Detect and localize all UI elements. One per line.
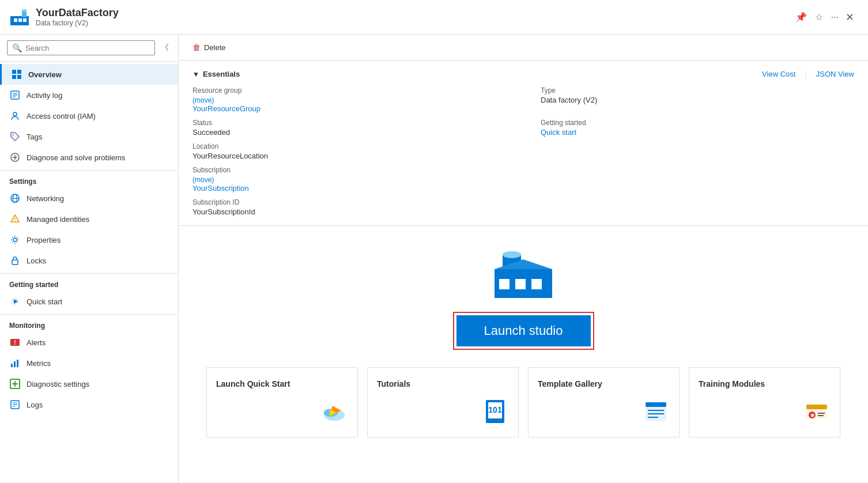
- view-cost-link[interactable]: View Cost: [762, 70, 795, 78]
- essentials-title: ▼ Essentials: [193, 70, 240, 78]
- more-button[interactable]: ···: [829, 10, 841, 25]
- sidebar-nav: Overview Activity log Access control (IA…: [0, 62, 178, 483]
- delete-label: Delete: [204, 43, 226, 52]
- svg-rect-1: [14, 18, 17, 22]
- card-launch-quick-start[interactable]: Launch Quick Start: [206, 367, 358, 437]
- settings-section-label: Settings: [0, 170, 178, 188]
- card-icon-area: ★: [699, 398, 831, 425]
- sidebar-item-label: Metrics: [27, 359, 51, 368]
- sidebar-item-label: Locks: [27, 256, 46, 265]
- essentials-section: ▼ Essentials View Cost | JSON View Resou…: [179, 61, 868, 226]
- subscription-id-item: Subscription ID YourSubscriptionId: [193, 198, 506, 216]
- sidebar-item-locks[interactable]: Locks: [0, 250, 178, 271]
- card-training-modules[interactable]: Training Modules ★: [689, 367, 840, 437]
- sidebar-item-label: Tags: [27, 133, 42, 141]
- delete-button[interactable]: 🗑 Delete: [188, 39, 231, 55]
- sidebar-item-label: Diagnose and solve problems: [27, 153, 125, 162]
- resource-group-link[interactable]: YourResourceGroup: [193, 104, 261, 113]
- location-item: Location YourResourceLocation: [193, 142, 506, 160]
- sidebar-item-label: Networking: [27, 194, 64, 203]
- subscription-move-link[interactable]: (move): [193, 176, 214, 184]
- svg-text:★: ★: [810, 412, 816, 418]
- getting-started-section-label: Getting started: [0, 273, 178, 291]
- header-actions: 📌 ☆ ···: [793, 9, 841, 25]
- location-value: YourResourceLocation: [193, 152, 506, 160]
- card-title: Template Gallery: [538, 379, 670, 388]
- sidebar-item-tags[interactable]: Tags: [0, 126, 178, 147]
- essentials-actions: View Cost | JSON View: [762, 70, 854, 78]
- sidebar-item-networking[interactable]: Networking: [0, 188, 178, 209]
- sidebar-item-label: Access control (IAM): [27, 112, 96, 120]
- pin-button[interactable]: 📌: [793, 9, 809, 25]
- svg-rect-6: [12, 70, 16, 74]
- delete-icon: 🗑: [193, 43, 201, 52]
- svg-rect-2: [18, 18, 22, 22]
- app-icon: [9, 6, 30, 28]
- content-area: 🗑 Delete ▼ Essentials View Cost | JSON V…: [179, 35, 868, 483]
- resource-group-label: Resource group: [193, 86, 506, 95]
- svg-point-24: [14, 220, 16, 221]
- resource-group-move-link[interactable]: (move): [193, 96, 214, 104]
- subscription-label: Subscription: [193, 166, 506, 174]
- favorite-button[interactable]: ☆: [813, 9, 825, 25]
- subscription-link[interactable]: YourSubscription: [193, 184, 249, 193]
- sidebar-item-label: Logs: [27, 401, 43, 409]
- sidebar-search-area: 🔍 《: [0, 35, 178, 62]
- quick-start-link[interactable]: Quick start: [541, 128, 576, 137]
- sidebar-item-logs[interactable]: Logs: [0, 394, 178, 415]
- sidebar-item-alerts[interactable]: ! Alerts: [0, 332, 178, 353]
- overview-icon: [11, 69, 22, 80]
- svg-rect-56: [489, 418, 494, 420]
- subscription-id-value: YourSubscriptionId: [193, 207, 506, 216]
- essentials-header: ▼ Essentials View Cost | JSON View: [193, 70, 854, 78]
- sidebar-item-activity-log[interactable]: Activity log: [0, 85, 178, 105]
- metrics-icon: [9, 357, 21, 369]
- activity-log-icon: [9, 89, 21, 101]
- sidebar-item-diagnostic-settings[interactable]: Diagnostic settings: [0, 373, 178, 394]
- quick-start-icon: [9, 296, 21, 307]
- svg-rect-9: [17, 75, 21, 79]
- svg-rect-3: [23, 18, 27, 22]
- essentials-grid: Resource group (move) YourResourceGroup …: [193, 86, 854, 216]
- sidebar-item-managed-identities[interactable]: Managed identities: [0, 209, 178, 229]
- page-title: YourDataFactory: [36, 7, 788, 19]
- getting-started-value: Quick start: [541, 128, 854, 137]
- type-label: Type: [541, 86, 854, 95]
- logs-icon: [9, 399, 21, 410]
- sidebar-item-quick-start[interactable]: Quick start: [0, 291, 178, 312]
- svg-rect-26: [12, 260, 18, 265]
- collapse-sidebar-button[interactable]: 《: [158, 40, 171, 55]
- chevron-down-icon: ▼: [193, 70, 199, 78]
- search-input[interactable]: [25, 44, 150, 52]
- svg-rect-5: [22, 9, 27, 12]
- launch-btn-border: Launch studio: [453, 312, 594, 350]
- sidebar-item-diagnose[interactable]: Diagnose and solve problems: [0, 147, 178, 168]
- getting-started-label: Getting started: [541, 119, 854, 127]
- card-title: Training Modules: [699, 379, 831, 388]
- svg-point-25: [13, 238, 17, 242]
- launch-studio-button[interactable]: Launch studio: [456, 315, 591, 346]
- svg-rect-31: [11, 364, 13, 367]
- card-tutorials[interactable]: Tutorials 101: [367, 367, 519, 437]
- svg-rect-7: [17, 70, 21, 74]
- close-button[interactable]: ✕: [841, 9, 859, 26]
- svg-text:101: 101: [488, 405, 502, 414]
- sidebar-item-label: Diagnostic settings: [27, 380, 89, 388]
- sidebar-item-iam[interactable]: Access control (IAM): [0, 105, 178, 126]
- sidebar-item-properties[interactable]: Properties: [0, 229, 178, 250]
- subscription-id-label: Subscription ID: [193, 198, 506, 206]
- sidebar-item-overview[interactable]: Overview: [0, 64, 178, 85]
- svg-rect-57: [495, 418, 500, 420]
- location-label: Location: [193, 142, 506, 150]
- diagnose-icon: [9, 152, 21, 163]
- json-view-link[interactable]: JSON View: [816, 70, 854, 78]
- locks-icon: [9, 255, 21, 266]
- sidebar-item-metrics[interactable]: Metrics: [0, 353, 178, 373]
- card-template-gallery[interactable]: Template Gallery: [528, 367, 680, 437]
- svg-point-14: [13, 112, 17, 116]
- cards-row: Launch Quick Start Tutorials: [206, 367, 840, 437]
- factory-icon-area: [489, 243, 558, 303]
- sidebar-item-label: Quick start: [27, 297, 62, 306]
- svg-rect-64: [806, 405, 827, 409]
- svg-rect-45: [499, 279, 510, 289]
